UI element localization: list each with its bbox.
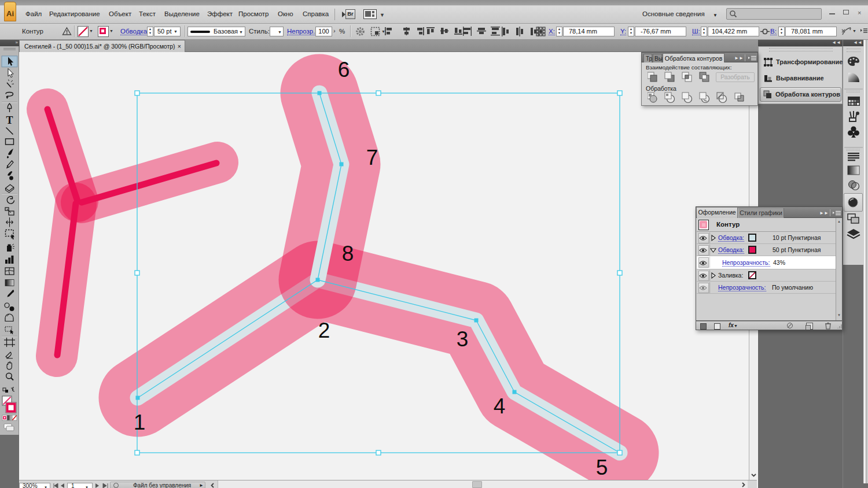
- svg-text:2: 2: [318, 319, 330, 342]
- svg-text:4: 4: [494, 394, 506, 418]
- svg-text:6: 6: [338, 58, 350, 82]
- svg-text:8: 8: [342, 242, 354, 265]
- svg-text:5: 5: [596, 456, 608, 479]
- svg-text:1: 1: [134, 411, 146, 434]
- svg-text:T: T: [6, 114, 13, 126]
- svg-text:3: 3: [457, 327, 469, 351]
- svg-text:7: 7: [366, 146, 378, 169]
